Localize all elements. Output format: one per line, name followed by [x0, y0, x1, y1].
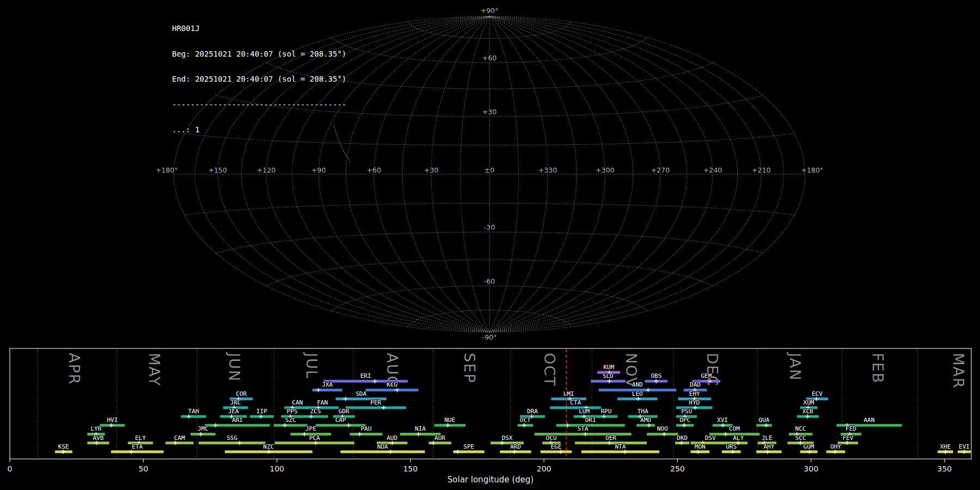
- shower-code-label: OER: [605, 434, 616, 442]
- shower-code-label: AVB: [93, 434, 103, 442]
- shower-code-label: SSG: [226, 434, 237, 442]
- shower-NZC: NZC: [225, 443, 313, 454]
- meteor-radiant-viewer: HR001J Beg: 20251021 20:40:07 (sol = 208…: [0, 0, 980, 490]
- peak-marker: [500, 441, 504, 445]
- sky-lon-label: +150: [209, 166, 227, 174]
- shower-code-label: EGE: [550, 443, 561, 450]
- shower-code-label: XVI: [717, 416, 728, 424]
- x-axis-tick-label: 250: [670, 464, 685, 473]
- sky-lon-label: +300: [596, 166, 614, 174]
- peak-marker: [805, 414, 810, 419]
- shower-code-label: RPU: [601, 408, 611, 415]
- shower-code-label: AUD: [387, 434, 397, 442]
- shower-code-label: ZCS: [310, 408, 321, 415]
- peak-marker: [94, 441, 99, 445]
- sky-grid-parallel: [408, 22, 571, 38]
- x-axis-tick-label: 200: [537, 464, 552, 473]
- peak-marker: [607, 379, 611, 383]
- shower-XCB: XCB: [797, 408, 819, 419]
- sky-grid-meridian: [489, 16, 687, 332]
- shower-code-label: JXA: [322, 381, 333, 388]
- sky-lon-label: +60: [367, 166, 381, 174]
- shower-IIP: IIP: [250, 408, 274, 419]
- shower-code-label: PSU: [681, 408, 692, 415]
- peak-marker: [431, 441, 436, 445]
- month-label: FEB: [869, 353, 886, 384]
- shower-code-label: GEM: [701, 372, 712, 379]
- shower-AMO: AMO: [636, 416, 655, 427]
- month-label: JAN: [787, 352, 804, 381]
- shower-SPE: SPE: [453, 443, 484, 454]
- shower-ZCS: ZCS: [303, 408, 328, 419]
- shower-code-label: LEO: [632, 390, 643, 397]
- shower-code-label: JMC: [198, 425, 209, 432]
- shower-timeline-chart: APRMAYJUNJULAUGSEPOCTNOVDECJANFEBMARKUME…: [8, 348, 971, 485]
- month-label: JUL: [303, 352, 320, 379]
- shower-code-label: CTA: [570, 399, 581, 406]
- sky-lon-label: +330: [538, 166, 557, 174]
- shower-code-label: CAN: [292, 399, 303, 406]
- shower-code-label: LUM: [579, 408, 590, 415]
- shower-code-label: PCA: [309, 434, 320, 442]
- shower-code-label: PAU: [360, 425, 371, 432]
- peak-marker: [129, 450, 133, 454]
- sky-lon-label: +180°: [801, 166, 824, 174]
- sky-lat-label: -30: [484, 223, 495, 231]
- shower-code-label: PER: [370, 399, 381, 406]
- shower-code-label: HVI: [107, 416, 118, 424]
- sky-grid-parallel: [185, 204, 794, 216]
- shower-code-label: XHE: [940, 443, 951, 450]
- peak-marker: [237, 441, 242, 445]
- month-label: OCT: [541, 353, 558, 387]
- peak-marker: [833, 450, 837, 454]
- shower-code-label: DSV: [705, 434, 716, 442]
- shower-code-label: ETA: [132, 443, 143, 450]
- shower-code-label: SLD: [603, 372, 614, 379]
- shower-code-label: OHY: [830, 443, 841, 450]
- sky-lat-label: -60: [484, 277, 495, 285]
- shower-code-label: SDA: [356, 390, 366, 397]
- shower-code-label: ORI: [585, 416, 596, 424]
- sky-lon-label: +210: [752, 166, 770, 174]
- x-axis-tick-label: 100: [270, 464, 284, 473]
- shower-XHE: XHE: [938, 443, 953, 454]
- shower-KCG: KCG: [365, 381, 418, 392]
- peak-marker: [636, 397, 640, 401]
- shower-EVI: EVI: [958, 443, 971, 454]
- shower-SSG: SSG: [199, 434, 266, 445]
- peak-marker: [358, 432, 362, 436]
- activity-bar: [166, 442, 194, 444]
- shower-code-label: DPC: [679, 416, 690, 424]
- plot-canvas: +180°+150+120+90+60+30±0+330+300+270+240…: [0, 0, 980, 490]
- peak-marker: [764, 423, 768, 427]
- shower-code-label: AAN: [863, 416, 874, 424]
- shower-code-label: QUA: [758, 416, 769, 424]
- shower-code-label: OCT: [520, 416, 531, 424]
- peak-marker: [765, 450, 770, 454]
- shower-code-label: COM: [729, 425, 740, 432]
- shower-code-label: JPE: [305, 425, 316, 432]
- shower-code-label: XUM: [804, 399, 814, 406]
- peak-marker: [943, 450, 947, 454]
- shower-code-label: ECV: [812, 390, 823, 397]
- shower-SZC: SZC: [274, 416, 308, 427]
- shower-code-label: GUM: [804, 443, 814, 450]
- peak-marker: [61, 450, 65, 454]
- activity-bar: [191, 433, 216, 436]
- peak-marker: [283, 423, 287, 427]
- shower-code-label: PPS: [287, 408, 298, 415]
- shower-PAU: PAU: [350, 425, 383, 436]
- x-axis-tick-label: 300: [804, 464, 818, 473]
- shower-PER: PER: [346, 399, 406, 410]
- shower-MON: MON: [690, 443, 709, 454]
- shower-OBS: OBS: [645, 372, 668, 383]
- shower-code-label: OCU: [546, 434, 557, 442]
- shower-ARD: ARD: [500, 443, 531, 454]
- shower-PCA: PCA: [275, 434, 354, 445]
- peak-marker: [682, 423, 687, 427]
- peak-marker: [962, 450, 966, 454]
- shower-code-label: SPE: [463, 443, 474, 450]
- shower-code-label: GDR: [339, 408, 350, 415]
- shower-code-label: KUM: [603, 364, 614, 371]
- peak-marker: [187, 414, 191, 419]
